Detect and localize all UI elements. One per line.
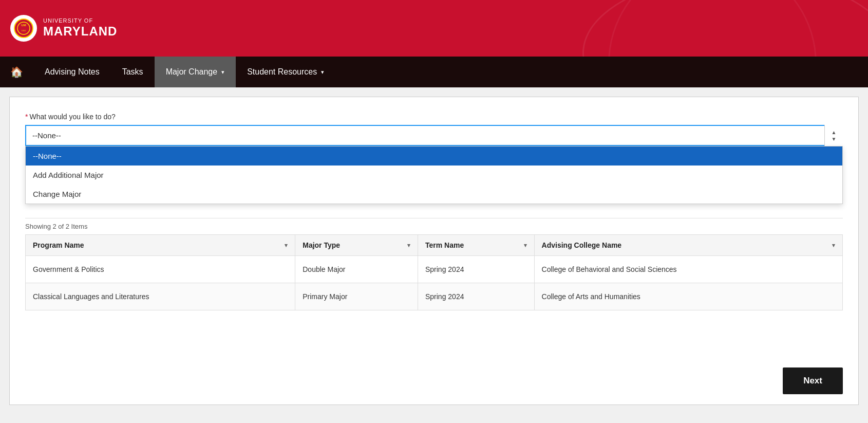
table-body: Government & Politics Double Major Sprin… [26,256,843,310]
term-name-header[interactable]: Term Name ▾ [418,235,534,256]
row2-major-type: Primary Major [295,283,418,310]
major-change-nav-label: Major Change [166,67,218,77]
required-indicator: * [25,113,28,121]
dropdown-option-change-major[interactable]: Change Major [26,185,842,204]
maryland-label: MARYLAND [43,24,117,39]
dropdown-option-none[interactable]: --None-- [26,146,842,165]
major-change-nav-button[interactable]: Major Change ▾ [155,57,236,87]
row1-major-type: Double Major [295,256,418,283]
student-resources-nav-button[interactable]: Student Resources ▾ [236,57,335,87]
row1-program-name: Government & Politics [26,256,295,283]
university-of-label: UNIVERSITY OF [43,17,117,24]
table-row: Government & Politics Double Major Sprin… [26,256,843,283]
home-nav-button[interactable]: 🏠 [0,57,33,87]
action-form-section: *What would you like to do? --None-- ▲ ▼… [25,113,843,146]
table-header: Program Name ▾ Major Type ▾ Term Name [26,235,843,256]
logo-area: UM 1856 UNIVERSITY OF MARYLAND [10,15,117,42]
form-question-label: *What would you like to do? [25,113,843,121]
row2-advising-college: College of Arts and Humanities [534,283,842,310]
tasks-nav-button[interactable]: Tasks [111,57,155,87]
program-name-header[interactable]: Program Name ▾ [26,235,295,256]
dropdown-option-add-major[interactable]: Add Additional Major [26,165,842,185]
action-dropdown-list: --None-- Add Additional Major Change Maj… [25,146,843,204]
student-resources-nav-label: Student Resources [247,67,317,77]
major-type-sort-icon: ▾ [407,242,410,249]
university-seal: UM 1856 [10,15,37,42]
svg-text:UM: UM [21,24,26,27]
svg-text:1856: 1856 [22,29,27,32]
row2-program-name: Classical Languages and Literatures [26,283,295,310]
row1-advising-college: College of Behavioral and Social Science… [534,256,842,283]
majors-table: Program Name ▾ Major Type ▾ Term Name [25,234,843,310]
row1-term-name: Spring 2024 [418,256,534,283]
table-row: Classical Languages and Literatures Prim… [26,283,843,310]
footer-bar: Next [783,367,843,394]
advising-college-sort-icon: ▾ [832,242,835,249]
action-select-wrapper: --None-- ▲ ▼ --None-- Add Additional Maj… [25,125,843,146]
term-name-sort-icon: ▾ [524,242,527,249]
main-navbar: 🏠 Advising Notes Tasks Major Change ▾ St… [0,57,868,87]
majors-table-section: Showing 2 of 2 Items Program Name ▾ Majo… [25,218,843,310]
student-resources-chevron-icon: ▾ [321,69,324,76]
table-header-row: Program Name ▾ Major Type ▾ Term Name [26,235,843,256]
row2-term-name: Spring 2024 [418,283,534,310]
major-change-chevron-icon: ▾ [221,69,224,76]
next-button[interactable]: Next [783,367,843,394]
action-select-display[interactable]: --None-- [25,125,843,146]
page-header: UM 1856 UNIVERSITY OF MARYLAND [0,0,868,57]
showing-items-text: Showing 2 of 2 Items [25,218,843,234]
logo-text: UNIVERSITY OF MARYLAND [43,17,117,39]
main-content: *What would you like to do? --None-- ▲ ▼… [9,97,859,405]
major-type-header[interactable]: Major Type ▾ [295,235,418,256]
program-name-sort-icon: ▾ [285,242,288,249]
advising-college-name-header[interactable]: Advising College Name ▾ [534,235,842,256]
advising-notes-nav-button[interactable]: Advising Notes [33,57,111,87]
